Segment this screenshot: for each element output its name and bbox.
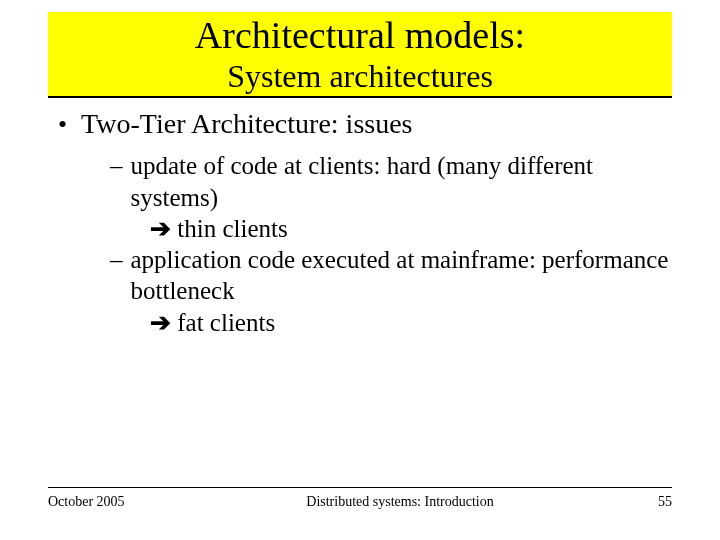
bullet-item: • Two-Tier Architecture: issues: [58, 108, 672, 140]
bullet-dot-icon: •: [58, 112, 67, 138]
arrow-icon: ➔: [150, 214, 171, 242]
arrow-icon: ➔: [150, 308, 171, 336]
footer-divider: [48, 487, 672, 488]
sub-consequence-1: thin clients: [177, 215, 287, 242]
dash-icon: –: [110, 150, 123, 213]
sub-item-2: – application code executed at mainframe…: [110, 244, 672, 338]
dash-icon: –: [110, 244, 123, 307]
footer-title: Distributed systems: Introduction: [188, 494, 612, 510]
bullet-text: Two-Tier Architecture: issues: [81, 108, 412, 140]
sub-text-2: application code executed at mainframe: …: [131, 244, 673, 307]
sub-item-1: – update of code at clients: hard (many …: [110, 150, 672, 244]
title-line-2: System architectures: [48, 58, 672, 97]
footer-date: October 2005: [48, 494, 188, 510]
sub-consequence-2: fat clients: [177, 309, 275, 336]
slide-title-block: Architectural models: System architectur…: [48, 12, 672, 98]
title-line-1: Architectural models:: [48, 14, 672, 58]
slide-content: • Two-Tier Architecture: issues – update…: [48, 108, 672, 338]
slide-footer: October 2005 Distributed systems: Introd…: [48, 487, 672, 510]
sub-text-1: update of code at clients: hard (many di…: [131, 150, 673, 213]
footer-page-number: 55: [612, 494, 672, 510]
